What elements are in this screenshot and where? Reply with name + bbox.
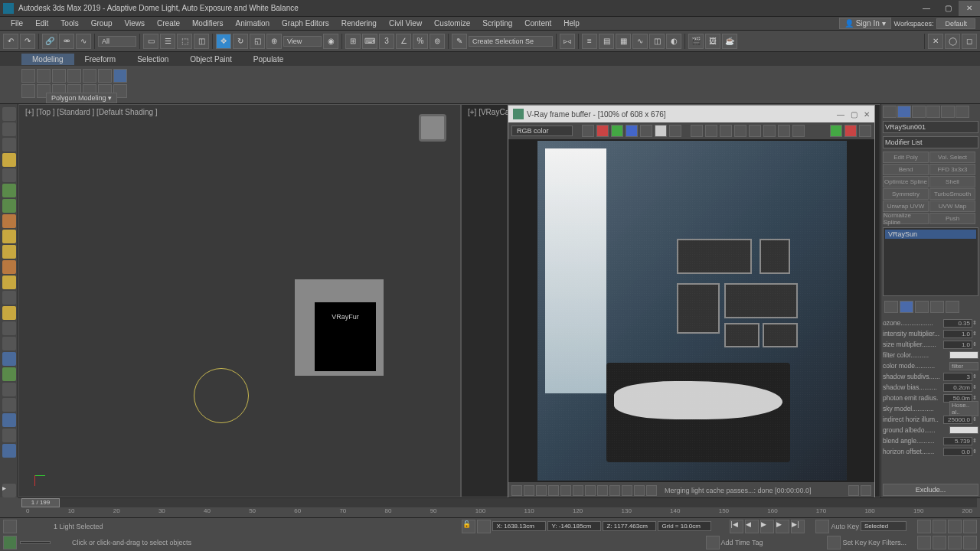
param-spinner[interactable]: 3 bbox=[943, 373, 972, 381]
place-button[interactable]: ⊕ bbox=[266, 34, 282, 49]
close-button[interactable]: ✕ bbox=[959, 1, 980, 16]
menu-file[interactable]: File bbox=[5, 18, 29, 29]
vfb-minimize-button[interactable]: — bbox=[837, 110, 844, 119]
nav-zoom-button[interactable] bbox=[917, 520, 931, 533]
vfb-save-button[interactable] bbox=[691, 125, 703, 137]
vfb-btn[interactable] bbox=[669, 125, 681, 137]
vfb-btn[interactable] bbox=[859, 125, 871, 137]
spinner-arrows-icon[interactable]: ⇕ bbox=[972, 416, 978, 422]
tool-icon[interactable] bbox=[2, 306, 16, 320]
tool-icon[interactable] bbox=[2, 367, 16, 381]
menu-rendering[interactable]: Rendering bbox=[335, 18, 383, 29]
vfb-maximize-button[interactable]: ▢ bbox=[851, 110, 858, 119]
vfb-status-btn[interactable] bbox=[861, 485, 871, 496]
show-result-button[interactable] bbox=[900, 301, 913, 313]
nav-max-button[interactable] bbox=[963, 536, 977, 549]
keyboard-button[interactable]: ⌨ bbox=[362, 34, 377, 49]
move-button[interactable]: ✥ bbox=[216, 34, 231, 49]
vfb-red-channel-button[interactable] bbox=[596, 125, 609, 137]
next-frame-button[interactable]: ▶ bbox=[776, 520, 789, 533]
vfb-track-button[interactable] bbox=[763, 125, 776, 137]
param-spinner[interactable]: 1.0 bbox=[943, 341, 972, 349]
mod-symmetry[interactable]: Symmetry bbox=[883, 188, 929, 200]
spinner-arrows-icon[interactable]: ⇕ bbox=[972, 395, 978, 401]
tool-icon[interactable] bbox=[2, 230, 16, 243]
unlink-button[interactable]: ⚮ bbox=[59, 34, 74, 49]
vfb-status-btn[interactable] bbox=[848, 485, 859, 496]
ribbon-btn[interactable] bbox=[83, 69, 96, 83]
vfb-status-btn[interactable] bbox=[536, 485, 547, 496]
menu-views[interactable]: Views bbox=[119, 18, 152, 29]
angle-snap-button[interactable]: ∠ bbox=[396, 34, 411, 49]
tool-icon[interactable] bbox=[2, 153, 16, 167]
mod-unwrapuvw[interactable]: Unwrap UVW bbox=[883, 201, 929, 212]
rotate-button[interactable]: ↻ bbox=[233, 34, 248, 49]
vfb-status-btn[interactable] bbox=[609, 485, 620, 496]
ribbon-btn[interactable] bbox=[21, 69, 35, 83]
window-select-button[interactable]: ◫ bbox=[194, 34, 209, 49]
keyfilters-button[interactable]: Key Filters... bbox=[868, 539, 906, 546]
tool-icon[interactable] bbox=[2, 245, 16, 259]
tool-icon[interactable] bbox=[2, 383, 16, 396]
menu-scripting[interactable]: Scripting bbox=[476, 18, 518, 29]
tool-icon[interactable] bbox=[2, 337, 16, 350]
z-coord-field[interactable]: Z: 1177.463cm bbox=[603, 521, 656, 531]
make-unique-button[interactable] bbox=[915, 301, 929, 313]
vfb-btn[interactable] bbox=[582, 125, 594, 137]
vfb-clear-button[interactable] bbox=[720, 125, 732, 137]
vfb-titlebar[interactable]: V-Ray frame buffer - [100% of 608 x 676]… bbox=[508, 106, 874, 122]
menu-customize[interactable]: Customize bbox=[428, 18, 476, 29]
ribbon-tab-modeling[interactable]: Modeling bbox=[21, 54, 74, 65]
time-slider[interactable]: 1 / 199 01020304050607080901001101201301… bbox=[18, 497, 980, 517]
ribbon-btn[interactable] bbox=[21, 84, 35, 98]
ribbon-btn[interactable] bbox=[37, 69, 51, 83]
ribbon-btn[interactable] bbox=[67, 69, 81, 83]
menu-group[interactable]: Group bbox=[85, 18, 119, 29]
time-slider-handle[interactable]: 1 / 199 bbox=[21, 498, 60, 507]
modifier-stack[interactable]: VRaySun bbox=[883, 227, 978, 296]
mod-volselect[interactable]: Vol. Select bbox=[929, 152, 975, 163]
rect-select-button[interactable]: ⬚ bbox=[177, 34, 192, 49]
tool-icon[interactable] bbox=[2, 214, 16, 228]
tool-icon[interactable] bbox=[2, 291, 16, 305]
polygon-modeling-dropdown[interactable]: Polygon Modeling ▾ bbox=[46, 93, 117, 103]
vfb-status-btn[interactable] bbox=[511, 485, 522, 496]
menu-content[interactable]: Content bbox=[518, 18, 557, 29]
vfb-blue-channel-button[interactable] bbox=[626, 125, 638, 137]
material-editor-button[interactable]: ◐ bbox=[666, 34, 681, 49]
vfb-render-view[interactable] bbox=[508, 139, 874, 482]
isolate-button[interactable] bbox=[477, 520, 491, 533]
vfb-status-btn[interactable] bbox=[597, 485, 608, 496]
utilities-tab-icon[interactable] bbox=[956, 106, 969, 118]
spinner-arrows-icon[interactable]: ⇕ bbox=[972, 341, 978, 347]
tool-icon[interactable] bbox=[2, 199, 16, 213]
curve-editor-button[interactable]: ∿ bbox=[632, 34, 648, 49]
y-coord-field[interactable]: Y: -140.185cm bbox=[547, 521, 601, 531]
time-tag-button[interactable] bbox=[706, 536, 720, 549]
tool-icon[interactable] bbox=[2, 276, 16, 289]
ribbon-btn-blue[interactable] bbox=[113, 69, 127, 83]
nav-pan-button[interactable] bbox=[948, 520, 962, 533]
color-swatch[interactable] bbox=[949, 351, 978, 359]
menu-modifiers[interactable]: Modifiers bbox=[186, 18, 230, 29]
minimize-button[interactable]: — bbox=[916, 1, 937, 16]
menu-grapheditors[interactable]: Graph Editors bbox=[276, 18, 335, 29]
ribbon-btn[interactable] bbox=[52, 69, 66, 83]
bind-button[interactable]: ∿ bbox=[76, 34, 91, 49]
vfb-btn[interactable] bbox=[792, 125, 805, 137]
workspaces-dropdown[interactable]: Default bbox=[936, 18, 975, 29]
autokey-button[interactable]: Auto Key bbox=[831, 523, 859, 530]
mirror-button[interactable]: ▹◃ bbox=[560, 34, 575, 49]
spinner-arrows-icon[interactable]: ⇕ bbox=[972, 373, 978, 380]
mod-uvwmap[interactable]: UVW Map bbox=[929, 201, 975, 212]
modifier-list-dropdown[interactable]: Modifier List bbox=[883, 136, 978, 148]
vfb-channel-dropdown[interactable]: RGB color bbox=[511, 126, 573, 136]
menu-help[interactable]: Help bbox=[557, 18, 586, 29]
link-button[interactable]: 🔗 bbox=[42, 34, 57, 49]
scale-button[interactable]: ◱ bbox=[250, 34, 265, 49]
vfb-status-btn[interactable] bbox=[548, 485, 559, 496]
param-spinner[interactable]: 0.0 bbox=[943, 448, 972, 456]
param-spinner[interactable]: 1.0 bbox=[943, 330, 972, 338]
ribbon-tab-objectpaint[interactable]: Object Paint bbox=[179, 54, 242, 65]
align-button[interactable]: ≡ bbox=[582, 34, 597, 49]
